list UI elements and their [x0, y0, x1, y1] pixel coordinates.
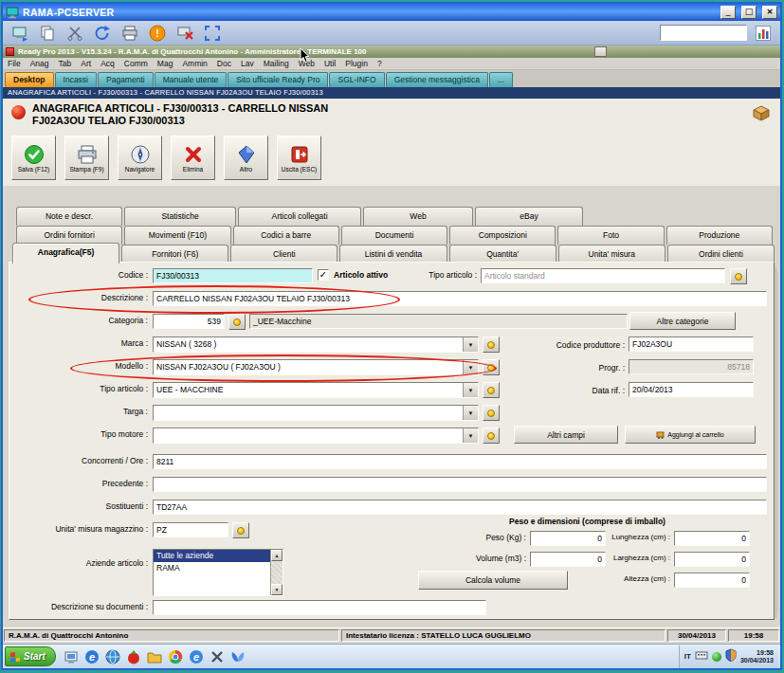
scroll-up-icon[interactable]: ▲: [271, 550, 283, 561]
tab-articoli-collegati[interactable]: Articoli collegati: [238, 207, 361, 226]
window-titlebar[interactable]: RAMA-PCSERVER _ □ ×: [3, 4, 780, 21]
menu-item-acq[interactable]: Acq: [96, 58, 119, 69]
menu-item-help[interactable]: ?: [373, 58, 387, 69]
lunghezza-input[interactable]: [674, 531, 750, 546]
targa-select[interactable]: ▼: [153, 405, 479, 421]
tab-clienti[interactable]: Clienti: [230, 245, 337, 264]
tab-codici-a-barre[interactable]: Codici a barre: [233, 226, 339, 245]
scrollbar-track[interactable]: [271, 561, 283, 584]
tab-fornitori[interactable]: Fornitori (F6): [121, 245, 228, 264]
altro-button[interactable]: Altro: [224, 136, 268, 180]
volume-input[interactable]: [530, 552, 606, 567]
chevron-down-icon[interactable]: ▼: [463, 360, 478, 374]
keyboard-icon[interactable]: [695, 648, 708, 665]
listbox-scrollbar[interactable]: ▲ ▼: [270, 550, 283, 595]
chevron-down-icon[interactable]: ▼: [463, 406, 478, 420]
tab-ordini-clienti[interactable]: Ordini clienti: [667, 245, 775, 264]
aggiungi-al-carrello-button[interactable]: Aggiungi al carrello: [625, 426, 756, 444]
internet-explorer-icon[interactable]: e: [83, 648, 100, 665]
larghezza-input[interactable]: [674, 552, 750, 567]
minimize-button[interactable]: _: [720, 6, 736, 19]
uscita-button[interactable]: Uscita (ESC): [277, 136, 321, 180]
tipo-motore-lookup-button[interactable]: [483, 427, 500, 444]
workspace-tab-pagamenti[interactable]: Pagamenti: [98, 72, 154, 87]
unita-misura-input[interactable]: [153, 522, 228, 537]
tab-statistiche[interactable]: Statistiche: [124, 207, 236, 226]
remote-address-input[interactable]: [660, 25, 747, 41]
menu-item-mailing[interactable]: Mailing: [259, 58, 294, 69]
workspace-tab-sgl-info[interactable]: SGL-INFO: [329, 72, 384, 87]
folder-icon[interactable]: [146, 648, 163, 665]
sostituenti-input[interactable]: [153, 500, 767, 515]
language-indicator[interactable]: IT: [684, 652, 691, 661]
app-header-button[interactable]: [594, 46, 607, 57]
tipo-articolo-select[interactable]: UEE - MACCHINE ▼: [153, 382, 479, 398]
menu-item-mag[interactable]: Mag: [153, 58, 178, 69]
precedente-input[interactable]: [153, 477, 767, 492]
modello-select[interactable]: NISSAN FJ02A3OU ( FJ02A3OU ) ▼: [153, 359, 479, 375]
elimina-button[interactable]: Elimina: [171, 136, 215, 180]
tipo-articolo-lookup-button[interactable]: [730, 268, 747, 284]
altri-campi-button[interactable]: Altri campi: [514, 426, 618, 444]
list-item-tutte-le-aziende[interactable]: Tutte le aziende: [154, 550, 270, 562]
close-app-icon[interactable]: [209, 648, 226, 665]
start-button[interactable]: Start: [5, 646, 56, 666]
workspace-tab-desktop[interactable]: Desktop: [5, 72, 54, 87]
refresh-icon[interactable]: [91, 23, 114, 44]
chevron-down-icon[interactable]: ▼: [463, 383, 478, 397]
tools-icon[interactable]: [64, 23, 86, 44]
articolo-attivo-checkbox[interactable]: ✓: [318, 269, 329, 281]
alert-icon[interactable]: !: [146, 23, 169, 44]
workspace-tab-manuale-utente[interactable]: Manuale utente: [155, 72, 228, 87]
tab-unita-misura[interactable]: Unita' misura: [558, 245, 665, 264]
altezza-input[interactable]: [674, 573, 750, 588]
fullscreen-icon[interactable]: [201, 23, 224, 44]
shield-icon[interactable]: [725, 648, 737, 665]
marca-select[interactable]: NISSAN ( 3268 ) ▼: [153, 336, 479, 353]
tab-listini-di-vendita[interactable]: Listini di vendita: [339, 245, 447, 264]
tab-foto[interactable]: Foto: [557, 226, 664, 245]
menu-item-comm[interactable]: Comm: [119, 58, 153, 69]
aziende-listbox[interactable]: Tutte le aziende RAMA ▲ ▼: [153, 549, 283, 596]
close-button[interactable]: ×: [762, 6, 777, 19]
data-rif-input[interactable]: [629, 382, 754, 397]
menu-item-file[interactable]: File: [3, 58, 26, 69]
tab-ebay[interactable]: eBay: [475, 207, 583, 226]
tab-documenti[interactable]: Documenti: [341, 226, 447, 245]
tab-movimenti[interactable]: Movimenti (F10): [124, 226, 230, 245]
internet-explorer-icon-2[interactable]: e: [188, 648, 205, 665]
menu-item-plugin[interactable]: Plugin: [340, 58, 373, 69]
messenger-wings-icon[interactable]: [229, 648, 246, 665]
tab-quantita[interactable]: Quantita': [449, 245, 556, 264]
tipo-articolo-standard-input[interactable]: [481, 268, 725, 283]
unita-misura-lookup-button[interactable]: [232, 522, 249, 538]
tab-composizioni[interactable]: Composizioni: [449, 226, 556, 245]
copy-icon[interactable]: [36, 23, 59, 44]
tab-anagrafica[interactable]: Anagrafica(F5): [12, 243, 119, 264]
chrome-icon[interactable]: [167, 648, 184, 665]
stampa-button[interactable]: Stampa (F9): [64, 136, 109, 180]
tipo-articolo-lookup-button-2[interactable]: [483, 382, 500, 398]
salva-button[interactable]: Salva (F12): [11, 136, 56, 180]
menu-item-doc[interactable]: Doc: [212, 58, 236, 69]
descrizione-input[interactable]: [153, 291, 767, 306]
menu-item-anag[interactable]: Anag: [26, 58, 54, 69]
navigatore-button[interactable]: Navigatore: [118, 136, 162, 180]
status-green-icon[interactable]: [712, 652, 721, 662]
categoria-code-input[interactable]: [153, 314, 225, 329]
menu-item-art[interactable]: Art: [76, 58, 96, 69]
globe-icon[interactable]: [104, 648, 121, 665]
codice-input[interactable]: [153, 268, 313, 283]
menu-item-tab[interactable]: Tab: [54, 58, 77, 69]
menu-item-lav[interactable]: Lav: [236, 58, 259, 69]
tab-ordini-fornitori[interactable]: Ordini fornitori: [16, 226, 122, 245]
chevron-down-icon[interactable]: ▼: [463, 428, 478, 443]
peso-input[interactable]: [530, 531, 606, 546]
menu-item-util[interactable]: Util: [319, 58, 340, 69]
print-icon[interactable]: [119, 23, 141, 44]
workspace-tab-more[interactable]: ...: [489, 72, 513, 87]
tipo-motore-select[interactable]: ▼: [153, 427, 479, 444]
show-desktop-icon[interactable]: [63, 648, 80, 665]
strawberry-icon[interactable]: [125, 648, 142, 665]
maximize-button[interactable]: □: [741, 6, 757, 19]
